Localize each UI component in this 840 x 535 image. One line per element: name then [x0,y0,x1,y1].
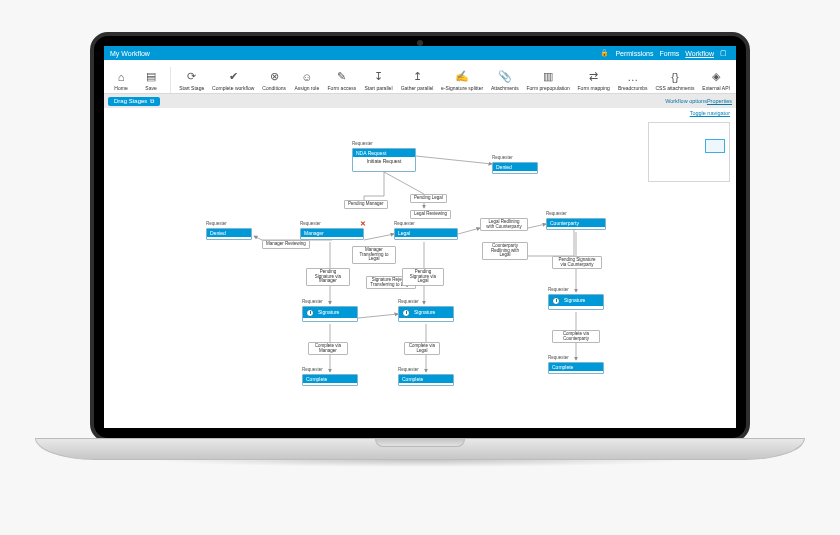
workflow-node[interactable]: Denied [492,162,538,174]
toolbar-button[interactable]: ↥Gather parallel [399,68,436,93]
role-label: Requester [492,155,513,160]
clock-icon [306,309,314,317]
role-label: Requester [398,299,419,304]
toolbar-icon: {} [668,70,682,84]
edge-label: Complete via Legal [404,342,440,355]
node-header: NDA Request [353,149,415,157]
toolbar-icon: ☺ [300,70,314,84]
edge-label: Complete via Counterparty [552,330,600,343]
workflow-link[interactable]: Workflow [685,50,714,57]
toolbar-label: Gather parallel [401,86,434,91]
role-label: Requester [302,367,323,372]
toolbar-button[interactable]: {}CSS attachments [654,68,697,93]
toolbar-label: CSS attachments [655,86,694,91]
screen: My Workflow 🔒 Permissions Forms Workflow… [104,46,736,428]
toolbar-button[interactable]: ◈External API [700,68,732,93]
workflow-node[interactable]: Legal Redlining with Counterparty [480,218,528,231]
clock-icon [552,297,560,305]
toolbar-button[interactable]: ⇄Form mapping [576,68,612,93]
workflow-node[interactable]: Legal [394,228,458,240]
toolbar-label: Form prepopulation [527,86,570,91]
role-label: Requester [206,221,227,226]
node-header: Legal [395,229,457,237]
toolbar-label: Conditions [262,86,286,91]
permissions-link[interactable]: Permissions [615,50,653,57]
edge-label: Manager Reviewing [262,240,310,249]
minimap[interactable] [648,122,730,182]
toolbar-icon: ▥ [541,70,555,84]
laptop-base [35,438,805,460]
toolbar-icon: ◈ [709,70,723,84]
drag-stages-label: Drag Stages [114,98,147,104]
role-label: Requester [546,211,567,216]
toolbar-label: Complete workflow [212,86,254,91]
toolbar-button[interactable]: ⌂Home [108,68,134,93]
edge-label: Manager Transferring to Legal [352,246,396,264]
workflow-node[interactable]: Signature [302,306,358,322]
node-header: Manager [301,229,363,237]
toolbar-button[interactable]: ✎Form access [325,68,358,93]
edge-label: Counterparty Redlining with Legal [482,242,528,260]
toolbar-icon: ⌂ [114,70,128,84]
clock-icon [402,309,410,317]
lock-icon[interactable]: 🔒 [600,49,609,57]
app-title: My Workflow [110,50,150,57]
workflow-node[interactable]: Signature [398,306,454,322]
toolbar-button[interactable]: 📎Attachments [489,68,521,93]
toolbar-button[interactable]: ✔Complete workflow [210,68,256,93]
node-header: Denied [207,229,251,237]
laptop-shadow [35,460,805,476]
properties-link[interactable]: Properties [707,98,732,104]
node-header: Signature [303,307,357,318]
edge-label: Legal Reviewing [410,210,451,219]
workflow-node[interactable]: Complete [548,362,604,374]
toolbar-icon: ↧ [371,70,385,84]
workflow-canvas[interactable]: Toggle navigator ✕ RequesterNDA RequestI… [104,108,736,428]
toolbar-button[interactable]: ⊗Conditions [260,68,288,93]
window-box-icon[interactable]: ▢ [720,49,727,57]
reject-icon: ✕ [360,220,366,228]
toolbar-button[interactable]: ▤Save [138,68,164,93]
workflow-node[interactable]: Manager [300,228,364,240]
drag-stages-button[interactable]: Drag Stages ⧉ [108,97,160,106]
toolbar-icon: ⊗ [267,70,281,84]
workflow-node[interactable]: NDA RequestInitiate Request [352,148,416,172]
workflow-node[interactable]: Complete [398,374,454,386]
node-header: Denied [493,163,537,171]
forms-link[interactable]: Forms [660,50,680,57]
toolbar-label: External API [702,86,730,91]
toolbar-label: Breadcrumbs [618,86,648,91]
minimap-viewport[interactable] [705,139,725,153]
node-header: Signature [399,307,453,318]
role-label: Requester [352,141,373,146]
toolbar-label: e-Signature splitter [441,86,483,91]
toolbar-button[interactable]: ✍e-Signature splitter [439,68,484,93]
workflow-options-link[interactable]: Workflow options [665,98,707,104]
toolbar-icon: ✔ [226,70,240,84]
laptop-notch [375,439,465,447]
workflow-node[interactable]: Counterparty [546,218,606,230]
toolbar-button[interactable]: …Breadcrumbs [616,68,650,93]
workflow-node[interactable]: Complete [302,374,358,386]
workflow-node[interactable]: Denied [206,228,252,240]
role-label: Requester [398,367,419,372]
toolbar-icon: … [626,70,640,84]
role-label: Requester [548,287,569,292]
toolbar-button[interactable]: ☺Assign role [292,68,321,93]
node-header: Complete [549,363,603,371]
node-header: Signature [549,295,603,306]
toolbar-icon: ↥ [410,70,424,84]
toolbar-button[interactable]: ↧Start parallel [362,68,394,93]
toolbar-label: Form mapping [578,86,610,91]
role-label: Requester [394,221,415,226]
toolbar-label: Assign role [294,86,319,91]
workflow-node[interactable]: Signature [548,294,604,310]
toolbar-button[interactable]: ⟳Start Stage [177,68,206,93]
toolbar-button[interactable]: ▥Form prepopulation [525,68,572,93]
toolbar: ⌂Home▤Save⟳Start Stage✔Complete workflow… [104,60,736,94]
toggle-navigator-link[interactable]: Toggle navigator [690,110,730,116]
edge-label: Complete via Manager [308,342,348,355]
toolbar-icon: ▤ [144,70,158,84]
node-body: Initiate Request [353,157,415,167]
edge-label: Pending Manager [344,200,388,209]
